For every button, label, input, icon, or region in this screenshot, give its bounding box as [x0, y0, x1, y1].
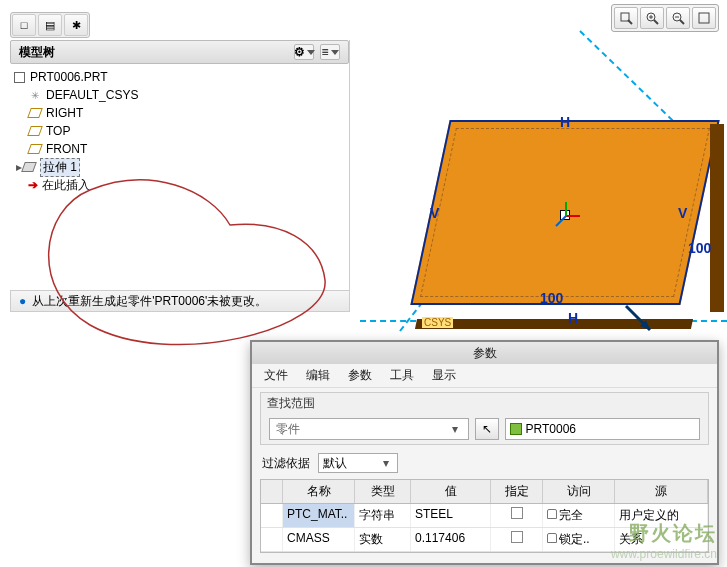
status-message-bar: ● 从上次重新生成起零件'PRT0006'未被更改。: [10, 290, 350, 312]
svg-rect-9: [699, 13, 709, 23]
datum-plane-icon: [27, 126, 43, 136]
tree-front-plane[interactable]: FRONT: [12, 140, 347, 158]
col-value[interactable]: 值: [411, 480, 491, 503]
datum-plane-icon: [27, 144, 43, 154]
lock-icon: [547, 509, 557, 519]
panel-tab-3[interactable]: ✱: [64, 14, 88, 36]
menu-file[interactable]: 文件: [264, 367, 288, 384]
tree-csys[interactable]: ✳ DEFAULT_CSYS: [12, 86, 347, 104]
datum-plane-icon: [27, 108, 43, 118]
filter-label: 过滤依据: [262, 455, 310, 472]
menu-params[interactable]: 参数: [348, 367, 372, 384]
col-access[interactable]: 访问: [543, 480, 615, 503]
dim-v-left: V: [430, 205, 439, 221]
panel-view-toolbar: □ ▤ ✱: [10, 12, 90, 38]
svg-line-12: [556, 216, 566, 226]
svg-line-8: [680, 20, 684, 24]
dim-h-top: H: [560, 114, 570, 130]
filter-select[interactable]: 默认▾: [318, 453, 398, 473]
view-toolbar: [611, 4, 719, 32]
tree-insert-here[interactable]: ➔ 在此插入: [12, 176, 347, 194]
axis-triad-icon: [552, 202, 582, 232]
scope-select[interactable]: 零件▾: [269, 418, 469, 440]
checkbox[interactable]: [511, 507, 523, 519]
tree-settings-button[interactable]: ⚙: [294, 44, 314, 60]
tree-top-plane[interactable]: TOP: [12, 122, 347, 140]
view-arrow-icon: [620, 300, 660, 340]
checkbox[interactable]: [511, 531, 523, 543]
svg-line-1: [628, 20, 632, 24]
dim-length: 100: [540, 290, 563, 306]
menu-edit[interactable]: 编辑: [306, 367, 330, 384]
panel-tab-1[interactable]: □: [12, 14, 36, 36]
table-row[interactable]: CMASS 实数 0.117406 锁定.. 关系: [261, 528, 708, 552]
status-message: 从上次重新生成起零件'PRT0006'未被更改。: [32, 293, 267, 310]
table-header: 名称 类型 值 指定 访问 源: [261, 480, 708, 504]
extrude-icon: [21, 162, 37, 172]
menu-tools[interactable]: 工具: [390, 367, 414, 384]
csys-icon: ✳: [28, 89, 42, 101]
tree-part-root[interactable]: PRT0006.PRT: [12, 68, 347, 86]
scope-target[interactable]: PRT0006: [505, 418, 701, 440]
info-bullet-icon: ●: [19, 294, 26, 308]
col-type[interactable]: 类型: [355, 480, 411, 503]
scope-label: 查找范围: [261, 393, 708, 414]
col-name[interactable]: 名称: [283, 480, 355, 503]
pick-button[interactable]: ↖: [475, 418, 499, 440]
tree-show-button[interactable]: ≡: [320, 44, 340, 60]
part-icon: [510, 423, 522, 435]
menu-show[interactable]: 显示: [432, 367, 456, 384]
zoom-in-button[interactable]: [640, 7, 664, 29]
graphics-viewport[interactable]: H H V V 100 100 CSYS: [360, 30, 727, 340]
scope-group: 查找范围 零件▾ ↖ PRT0006: [260, 392, 709, 445]
lock-icon: [547, 533, 557, 543]
dim-h-bottom: H: [568, 310, 578, 326]
dialog-menubar: 文件 编辑 参数 工具 显示: [252, 364, 717, 388]
model-solid[interactable]: H H V V 100 100: [420, 110, 710, 320]
zoom-out-button[interactable]: [666, 7, 690, 29]
parameters-table: 名称 类型 值 指定 访问 源 PTC_MAT.. 字符串 STEEL 完全 用…: [260, 479, 709, 553]
panel-title: 模型树: [19, 44, 55, 61]
dim-length-r: 100: [688, 240, 711, 256]
model-tree-panel: 模型树 ⚙ ≡ PRT0006.PRT ✳ DEFAULT_CSYS RIGHT…: [10, 40, 350, 310]
col-source[interactable]: 源: [615, 480, 708, 503]
insert-arrow-icon: ➔: [28, 178, 38, 192]
parameters-dialog: 参数 文件 编辑 参数 工具 显示 查找范围 零件▾ ↖ PRT0006 过滤依…: [250, 340, 719, 565]
panel-tab-2[interactable]: ▤: [38, 14, 62, 36]
model-tree-header: 模型树 ⚙ ≡: [10, 40, 349, 64]
view-extra-button[interactable]: [692, 7, 716, 29]
table-row[interactable]: PTC_MAT.. 字符串 STEEL 完全 用户定义的: [261, 504, 708, 528]
svg-line-5: [654, 20, 658, 24]
zoom-fit-button[interactable]: [614, 7, 638, 29]
dim-v-right: V: [678, 205, 687, 221]
csys-label: CSYS: [422, 317, 453, 328]
tree-extrude-feature[interactable]: ▸ 拉伸 1: [12, 158, 347, 176]
filter-row: 过滤依据 默认▾: [252, 449, 717, 477]
svg-rect-0: [621, 13, 629, 21]
model-tree[interactable]: PRT0006.PRT ✳ DEFAULT_CSYS RIGHT TOP FRO…: [10, 64, 349, 198]
tree-right-plane[interactable]: RIGHT: [12, 104, 347, 122]
part-icon: [14, 72, 25, 83]
dialog-title: 参数: [252, 342, 717, 364]
col-spec[interactable]: 指定: [491, 480, 543, 503]
